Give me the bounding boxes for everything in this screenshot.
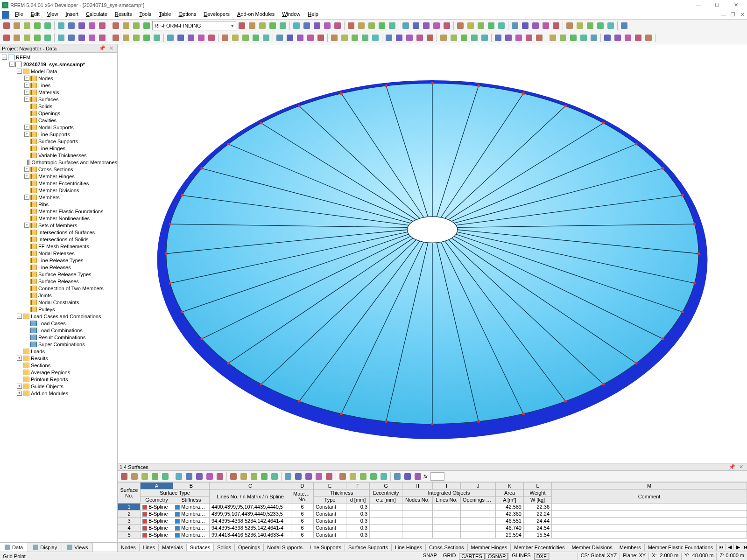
- tree-item-guide-objects[interactable]: +Guide Objects: [0, 383, 117, 390]
- tb2-btn-23[interactable]: [251, 33, 261, 42]
- tb2-btn-32[interactable]: [350, 33, 359, 42]
- tree-item-results[interactable]: +Results: [0, 355, 117, 362]
- tb2-btn-27[interactable]: [296, 33, 305, 42]
- tree-item-solids[interactable]: Solids: [0, 103, 117, 110]
- tab-materials[interactable]: Materials: [159, 544, 187, 551]
- tb1b-btn-35[interactable]: [620, 21, 629, 30]
- tb1b-btn-12[interactable]: [367, 21, 376, 30]
- dtb-btn-25[interactable]: [393, 472, 402, 481]
- menu-options[interactable]: Options: [175, 10, 200, 19]
- tb2-btn-19[interactable]: [207, 33, 216, 42]
- tree-item-sections[interactable]: Sections: [0, 362, 117, 369]
- tb1a-btn-6[interactable]: [67, 21, 76, 30]
- tb2-btn-52[interactable]: [569, 33, 578, 42]
- tb2-btn-38[interactable]: [415, 33, 424, 42]
- tree-item-nodal-constraints[interactable]: Nodal Constraints: [0, 299, 117, 306]
- table-scroll[interactable]: SurfaceNo. A B C D E F G H I J K L M Sur…: [118, 482, 747, 542]
- tree-item-load-cases-and-combinations[interactable]: –Load Cases and Combinations: [0, 313, 117, 320]
- tb1a-btn-3[interactable]: [33, 21, 42, 30]
- table-row[interactable]: 5 B-Spline Membrane... 99,4413-4416,5236…: [118, 532, 747, 539]
- tab-openings[interactable]: Openings: [235, 544, 264, 551]
- tb2-btn-29[interactable]: [316, 33, 325, 42]
- module-combo[interactable]: RF-FORM-FINDING▾: [152, 21, 236, 30]
- menu-add-on-modules[interactable]: Add-on Modules: [233, 10, 278, 19]
- tb1a-btn-7[interactable]: [77, 21, 86, 30]
- tb1b-btn-20[interactable]: [456, 21, 465, 30]
- tb1a-btn-0[interactable]: [2, 21, 11, 30]
- tb2-btn-39[interactable]: [425, 33, 435, 42]
- tab-nav-btn[interactable]: ⏭: [742, 544, 747, 550]
- tab-surfaces[interactable]: Surfaces: [187, 544, 214, 551]
- tb1a-btn-11[interactable]: [121, 21, 131, 30]
- tree-item-connection-of-two-members[interactable]: Connection of Two Members: [0, 285, 117, 292]
- tree-item-fe-mesh-refinements[interactable]: FE Mesh Refinements: [0, 243, 117, 250]
- tab-cross-sections[interactable]: Cross-Sections: [426, 544, 468, 551]
- tb1a-btn-12[interactable]: [132, 21, 141, 30]
- dtb-btn-0[interactable]: [120, 472, 129, 481]
- tb2-btn-4[interactable]: [43, 33, 52, 42]
- table-row[interactable]: 4 B-Spline Membrane... 94,4395-4398,5235…: [118, 525, 747, 532]
- menu-tools[interactable]: Tools: [135, 10, 155, 19]
- dtb-btn-15[interactable]: [283, 472, 293, 481]
- tab-nodal-supports[interactable]: Nodal Supports: [264, 544, 306, 551]
- tb2-btn-17[interactable]: [186, 33, 196, 42]
- status-dxf[interactable]: DXF: [534, 553, 549, 560]
- tb2-btn-59[interactable]: [644, 33, 653, 42]
- dtb-btn-27[interactable]: [413, 472, 423, 481]
- tb2-btn-41[interactable]: [449, 33, 458, 42]
- tb1b-btn-33[interactable]: [596, 21, 605, 30]
- tb1b-btn-8[interactable]: [323, 21, 332, 30]
- tb2-btn-37[interactable]: [405, 33, 414, 42]
- status-glines[interactable]: GLINES: [508, 553, 533, 560]
- table-close-icon[interactable]: ✕: [737, 464, 745, 470]
- tb1b-btn-16[interactable]: [411, 21, 421, 30]
- tb2-btn-50[interactable]: [548, 33, 557, 42]
- tb1a-btn-13[interactable]: [142, 21, 151, 30]
- tree-item-loads[interactable]: Loads: [0, 348, 117, 355]
- status-cartes[interactable]: CARTES: [459, 553, 484, 560]
- tab-nodes[interactable]: Nodes: [118, 544, 140, 551]
- tb1a-btn-4[interactable]: [43, 21, 52, 30]
- table-row[interactable]: 2 B-Spline Membrane... 4399,95,107,4439,…: [118, 511, 747, 518]
- tb2-btn-10[interactable]: [111, 33, 120, 42]
- tree-item-sets-of-members[interactable]: +Sets of Members: [0, 222, 117, 229]
- navtab-data[interactable]: Data: [0, 543, 28, 552]
- tree-item-rfem[interactable]: –RFEM: [0, 54, 117, 61]
- menu-table[interactable]: Table: [155, 10, 175, 19]
- tree-item-member-elastic-foundations[interactable]: Member Elastic Foundations: [0, 208, 117, 215]
- tree-item-pulleys[interactable]: Pulleys: [0, 306, 117, 313]
- tb2-btn-42[interactable]: [459, 33, 469, 42]
- tb2-btn-14[interactable]: [152, 33, 162, 42]
- dtb-btn-3[interactable]: [150, 472, 160, 481]
- tree-item-surface-supports[interactable]: Surface Supports: [0, 138, 117, 145]
- dtb-btn-23[interactable]: [369, 472, 378, 481]
- tree-item-add-on-modules[interactable]: +Add-on Modules: [0, 390, 117, 397]
- tb2-btn-49[interactable]: [535, 33, 544, 42]
- menu-window[interactable]: Window: [278, 10, 304, 19]
- tb1b-btn-14[interactable]: [388, 21, 397, 30]
- menu-developers[interactable]: Developers: [200, 10, 233, 19]
- tab-line-supports[interactable]: Line Supports: [306, 544, 345, 551]
- tb2-btn-46[interactable]: [504, 33, 513, 42]
- dtb-btn-16[interactable]: [294, 472, 303, 481]
- tb1b-btn-3[interactable]: [268, 21, 277, 30]
- tab-member-hinges[interactable]: Member Hinges: [468, 544, 511, 551]
- menu-help[interactable]: Help: [304, 10, 322, 19]
- dtb-btn-6[interactable]: [184, 472, 194, 481]
- tb2-btn-3[interactable]: [33, 33, 42, 42]
- dtb-btn-14[interactable]: [270, 472, 279, 481]
- mdi-minimize-button[interactable]: ―: [719, 10, 728, 19]
- navigator-pin-icon[interactable]: 📌: [97, 45, 107, 51]
- tree-item-surface-release-types[interactable]: Surface Release Types: [0, 271, 117, 278]
- tb2-btn-53[interactable]: [579, 33, 588, 42]
- tb2-btn-54[interactable]: [589, 33, 599, 42]
- tab-member-elastic-foundations[interactable]: Member Elastic Foundations: [645, 544, 717, 551]
- tb2-btn-24[interactable]: [261, 33, 271, 42]
- tab-members[interactable]: Members: [616, 544, 645, 551]
- dtb-btn-19[interactable]: [324, 472, 334, 481]
- tb1b-btn-34[interactable]: [606, 21, 615, 30]
- tree-item-intersections-of-solids[interactable]: Intersections of Solids: [0, 236, 117, 243]
- tb2-btn-36[interactable]: [395, 33, 404, 42]
- status-grid[interactable]: GRID: [440, 553, 459, 560]
- dtb-btn-11[interactable]: [239, 472, 248, 481]
